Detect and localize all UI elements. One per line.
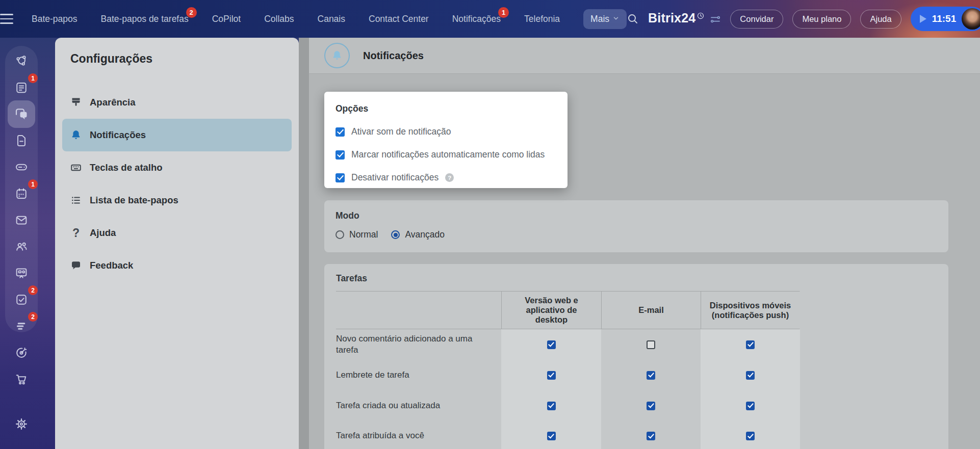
chatlist-icon (69, 194, 83, 206)
rail-item-gear-icon[interactable] (8, 411, 35, 437)
rail-item-calendar-icon[interactable]: 1 (8, 180, 35, 207)
rail-item-drive-icon[interactable] (8, 154, 35, 180)
keyboard-icon (69, 162, 83, 174)
rail-item-news-icon[interactable]: 1 (8, 74, 35, 101)
table-cell (501, 329, 601, 360)
settings-item-label: Lista de bate-papos (90, 195, 178, 206)
nav-item-chats[interactable]: Bate-papos (32, 14, 78, 24)
nav-item-label: Canais (318, 14, 345, 24)
settings-item-label: Notificações (90, 129, 146, 141)
table-checkbox[interactable] (746, 371, 755, 380)
table-checkbox[interactable] (746, 432, 755, 440)
table-header-empty (336, 291, 501, 329)
table-cell (501, 390, 601, 421)
rail-item-mail-icon[interactable] (8, 207, 35, 233)
radio-label: Avançado (405, 229, 445, 240)
table-column-header: Versão web e aplicativo de desktop (501, 291, 601, 329)
question-icon: ? (69, 226, 83, 240)
settings-item-notifications[interactable]: Notificações (62, 119, 292, 151)
table-row-label: Tarefa criada ou atualizada (336, 390, 501, 421)
time-tracker-pill[interactable]: 11:51 (911, 7, 980, 31)
rail-item-people-icon[interactable] (8, 233, 35, 260)
bitrix24-logo[interactable]: Bitrix24 (648, 12, 721, 26)
mode-radio-avançado[interactable]: Avançado (391, 229, 445, 240)
nav-item-label: Bate-papos (32, 14, 78, 24)
rail-count-badge: 1 (28, 73, 38, 83)
checkbox-label: Desativar notificações (351, 172, 439, 183)
checkbox[interactable] (336, 127, 345, 137)
table-checkbox[interactable] (746, 340, 755, 349)
top-navigation: Bate-paposBate-papos de tarefas2CoPilotC… (32, 9, 627, 29)
nav-item-contact-center[interactable]: Contact Center (369, 14, 429, 24)
rail-item-network-icon[interactable] (8, 48, 35, 74)
sliders-icon[interactable] (710, 15, 721, 26)
radio-button[interactable] (336, 230, 344, 239)
logo-clock-icon (697, 12, 704, 21)
checkbox-label: Ativar som de notificação (351, 126, 451, 137)
rail-item-crm-icon[interactable]: 2 (8, 313, 35, 339)
mode-radio-group: NormalAvançado (336, 229, 937, 240)
rail-item-board-icon[interactable] (8, 260, 35, 286)
table-checkbox[interactable] (647, 402, 655, 410)
invite-button[interactable]: Convidar (730, 10, 783, 29)
table-cell (701, 421, 800, 449)
table-row-label: Novo comentário adicionado a uma tarefa (336, 329, 501, 360)
hamburger-menu-icon[interactable] (0, 14, 13, 24)
settings-item-hotkeys[interactable]: Teclas de atalho (62, 151, 292, 184)
mode-radio-normal[interactable]: Normal (336, 229, 378, 240)
settings-item-help[interactable]: ?Ajuda (62, 217, 292, 249)
table-cell (601, 421, 701, 449)
table-checkbox[interactable] (547, 340, 556, 349)
options-heading: Opções (336, 103, 556, 114)
mode-section: Modo NormalAvançado (324, 200, 948, 252)
nav-item-more[interactable]: Mais (583, 9, 627, 29)
rail-count-badge: 2 (28, 285, 38, 295)
settings-panel: Configurações AparênciaNotificaçõesTecla… (55, 38, 299, 449)
settings-item-feedback[interactable]: Feedback (62, 249, 292, 282)
rail-item-chats-icon[interactable] (8, 101, 35, 127)
page-header: Notificações (309, 38, 980, 74)
settings-menu: AparênciaNotificaçõesTeclas de atalhoLis… (55, 86, 299, 282)
checkbox[interactable] (336, 173, 345, 182)
help-icon[interactable]: ? (445, 173, 454, 182)
notification-count-badge: 1 (498, 7, 509, 18)
nav-item-task-chats[interactable]: Bate-papos de tarefas2 (101, 14, 189, 24)
help-button[interactable]: Ajuda (860, 10, 901, 29)
settings-item-label: Ajuda (90, 227, 116, 239)
notification-count-badge: 2 (186, 7, 197, 18)
nav-item-notifications[interactable]: Notificações1 (452, 14, 501, 24)
radio-button[interactable] (391, 230, 400, 239)
nav-item-collabs[interactable]: Collabs (264, 14, 294, 24)
nav-item-telephony[interactable]: Telefonia (524, 14, 560, 24)
table-checkbox[interactable] (647, 432, 655, 440)
table-cell (501, 360, 601, 390)
nav-item-copilot[interactable]: CoPilot (212, 14, 241, 24)
rail-item-tasks-icon[interactable]: 2 (8, 286, 35, 313)
options-checkbox-list: Ativar som de notificaçãoMarcar notifica… (336, 126, 556, 183)
nav-item-channels[interactable]: Canais (318, 14, 345, 24)
settings-item-appearance[interactable]: Aparência (62, 86, 292, 119)
mode-heading: Modo (336, 210, 937, 221)
rail-item-target-icon[interactable] (8, 339, 35, 366)
table-column-header: E-mail (601, 291, 701, 329)
rail-item-file-icon[interactable] (8, 127, 35, 154)
my-plan-button[interactable]: Meu plano (792, 10, 851, 29)
nav-item-label: Notificações (452, 14, 501, 24)
rail-item-cart-icon[interactable] (8, 366, 35, 392)
table-checkbox[interactable] (547, 402, 556, 410)
settings-item-chat-list[interactable]: Lista de bate-papos (62, 184, 292, 217)
avatar[interactable] (962, 8, 980, 30)
nav-item-label: CoPilot (212, 14, 241, 24)
checkbox[interactable] (336, 150, 345, 160)
table-checkbox[interactable] (647, 371, 655, 380)
checkbox-label: Marcar notificações automaticamente como… (351, 149, 545, 160)
table-checkbox[interactable] (547, 371, 556, 380)
bell-icon (324, 43, 350, 68)
settings-item-label: Feedback (90, 260, 133, 271)
table-checkbox[interactable] (746, 402, 755, 410)
app-body: 1122 Configurações AparênciaNotificações… (0, 38, 980, 449)
table-checkbox[interactable] (547, 432, 556, 440)
table-checkbox[interactable] (647, 340, 655, 349)
search-icon[interactable] (627, 13, 639, 25)
radio-label: Normal (349, 229, 378, 240)
